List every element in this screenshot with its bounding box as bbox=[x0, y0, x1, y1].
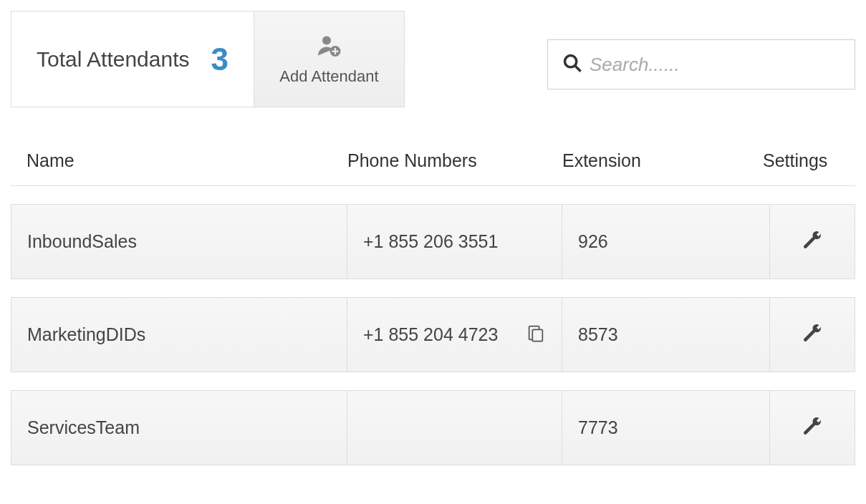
wrench-icon bbox=[802, 416, 822, 440]
wrench-icon bbox=[802, 230, 822, 254]
search-box[interactable] bbox=[547, 39, 855, 89]
add-attendant-button[interactable]: Add Attendant bbox=[254, 11, 405, 107]
column-header-settings: Settings bbox=[763, 150, 855, 171]
search-icon bbox=[562, 53, 590, 76]
table-body: InboundSales+1 855 206 3551926MarketingD… bbox=[11, 204, 855, 465]
cell-extension: 926 bbox=[562, 204, 770, 279]
cell-extension: 7773 bbox=[562, 390, 770, 465]
svg-point-2 bbox=[565, 56, 577, 67]
cell-name: ServicesTeam bbox=[11, 390, 347, 465]
settings-button[interactable] bbox=[770, 297, 855, 372]
settings-button[interactable] bbox=[770, 390, 855, 465]
table-row: MarketingDIDs+1 855 204 47238573 bbox=[11, 297, 855, 372]
phone-value: +1 855 204 4723 bbox=[363, 324, 498, 345]
table-header: Name Phone Numbers Extension Settings bbox=[11, 136, 855, 186]
add-attendant-label: Add Attendant bbox=[279, 67, 378, 86]
table-row: InboundSales+1 855 206 3551926 bbox=[11, 204, 855, 279]
svg-point-0 bbox=[322, 36, 331, 44]
cell-name: InboundSales bbox=[11, 204, 347, 279]
total-attendants-box: Total Attendants 3 bbox=[11, 11, 254, 107]
search-input[interactable] bbox=[590, 54, 840, 76]
column-header-name: Name bbox=[11, 150, 347, 171]
total-count: 3 bbox=[211, 42, 228, 77]
wrench-icon bbox=[802, 323, 822, 347]
cell-phone bbox=[347, 390, 562, 465]
cell-name: MarketingDIDs bbox=[11, 297, 347, 372]
cell-phone: +1 855 206 3551 bbox=[347, 204, 562, 279]
table-row: ServicesTeam7773 bbox=[11, 390, 855, 465]
column-header-phone: Phone Numbers bbox=[347, 150, 562, 171]
total-label: Total Attendants bbox=[37, 47, 190, 72]
column-header-extension: Extension bbox=[562, 150, 763, 171]
settings-button[interactable] bbox=[770, 204, 855, 279]
header-row: Total Attendants 3 Add Attendant bbox=[11, 11, 855, 107]
svg-rect-4 bbox=[532, 329, 542, 341]
cell-extension: 8573 bbox=[562, 297, 770, 372]
svg-line-3 bbox=[575, 66, 581, 72]
add-user-icon bbox=[316, 33, 342, 62]
cell-phone: +1 855 204 4723 bbox=[347, 297, 562, 372]
copy-icon[interactable] bbox=[526, 323, 546, 347]
phone-value: +1 855 206 3551 bbox=[363, 231, 498, 252]
